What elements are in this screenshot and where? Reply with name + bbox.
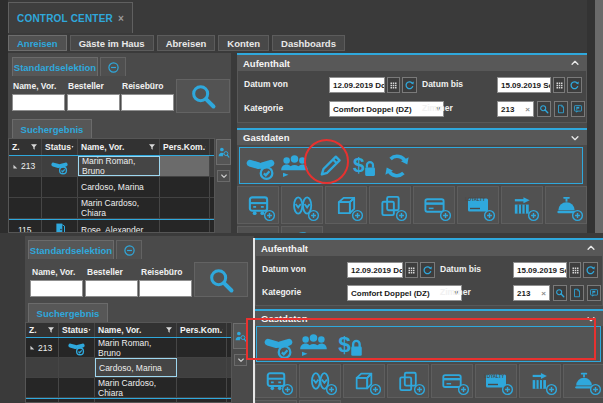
room-search-button[interactable]: [537, 101, 551, 117]
date-from-refresh-button[interactable]: [420, 262, 435, 278]
chevron-up-icon[interactable]: [569, 58, 581, 68]
search-button[interactable]: [194, 262, 248, 297]
aufenthalt-header[interactable]: Aufenthalt: [237, 53, 587, 71]
room-input[interactable]: 213×: [513, 285, 550, 301]
tab-standardselektion[interactable]: Standardselektion: [12, 57, 98, 76]
close-icon[interactable]: ×: [118, 13, 124, 24]
window-tab-control-center[interactable]: CONTROL CENTER ×: [8, 2, 133, 33]
table-header-row: Z. Status Name, Vor. Pers.Kom.: [26, 323, 231, 338]
gastdaten-header[interactable]: Gastdaten: [237, 128, 587, 145]
date-to-calendar-button[interactable]: [569, 262, 581, 278]
filter-icon[interactable]: [71, 143, 74, 151]
col-header-z[interactable]: Z.: [9, 139, 42, 155]
date-from-calendar-button[interactable]: [387, 77, 400, 93]
date-from-refresh-button[interactable]: [402, 77, 417, 93]
filter-icon[interactable]: [222, 326, 223, 334]
table-row[interactable]: Cardoso, Marina: [26, 358, 231, 378]
name-input[interactable]: [12, 94, 65, 111]
creditcard-add-button[interactable]: [431, 364, 473, 398]
tab-anreisen[interactable]: Anreisen: [8, 35, 67, 51]
table-row[interactable]: Marin Cardoso, Chiara: [26, 378, 231, 398]
col-header-status[interactable]: Status: [42, 139, 78, 155]
date-to-calendar-button[interactable]: [553, 77, 565, 93]
filter-icon[interactable]: [165, 326, 173, 334]
room-plan-button[interactable]: [554, 101, 568, 117]
filter-icon[interactable]: [88, 326, 91, 334]
scroll-down-button[interactable]: [217, 170, 230, 182]
date-from-calendar-button[interactable]: [405, 262, 418, 278]
table-row[interactable]: 115 Rose, Alexander: [26, 398, 231, 403]
tab-standardselektion[interactable]: Standardselektion: [28, 240, 114, 259]
results-table: Z. Status Name, Vor. Pers.Kom. 213: [8, 138, 215, 233]
room-flag-button[interactable]: [587, 285, 601, 301]
name-input[interactable]: [30, 280, 83, 297]
table-row[interactable]: 213 Marin Roman, Bruno: [9, 156, 214, 177]
shuttle-add-button[interactable]: [255, 364, 297, 398]
chevron-down-icon[interactable]: [569, 133, 581, 143]
room-plan-button[interactable]: [570, 285, 584, 301]
aufenthalt-header[interactable]: Aufenthalt: [255, 238, 603, 256]
table-row[interactable]: Marin Cardoso, Chiara: [9, 198, 214, 219]
shuttle-add-button[interactable]: [237, 186, 279, 224]
col-header-name[interactable]: Name, Vor.: [78, 139, 160, 155]
filter-icon[interactable]: [205, 143, 206, 151]
reisebuero-input[interactable]: [139, 280, 192, 297]
extend-stay-add-button[interactable]: [501, 186, 543, 224]
room-search-button[interactable]: [553, 285, 567, 301]
clear-icon[interactable]: ×: [541, 289, 546, 298]
date-to-input[interactable]: 15.09.2019 So: [513, 262, 567, 278]
date-from-input[interactable]: 12.09.2019 Do: [329, 77, 385, 93]
reisebuero-input[interactable]: [121, 94, 174, 111]
table-row[interactable]: 115 Rose, Alexander: [9, 219, 214, 233]
expand-icon[interactable]: [29, 344, 36, 351]
expand-icon[interactable]: [12, 163, 19, 170]
reisebuero-field-label: Reisebüro: [122, 81, 164, 91]
roomservice-add-button[interactable]: [545, 186, 587, 224]
col-header-z[interactable]: Z.: [26, 323, 59, 337]
leisure-add-button[interactable]: [299, 364, 341, 398]
rebook-icon[interactable]: [383, 152, 411, 180]
loyalty-add-button[interactable]: LOYALTY: [457, 186, 499, 224]
col-header-perskom[interactable]: Pers.Kom.: [160, 139, 210, 155]
plus-badge-icon: [413, 383, 426, 396]
room-flag-button[interactable]: [571, 101, 585, 117]
rebook-add-button[interactable]: [281, 226, 323, 233]
loyalty-add-button[interactable]: LOYALTY: [475, 364, 517, 398]
tab-dashboards[interactable]: Dashboards: [272, 35, 345, 51]
date-to-refresh-button[interactable]: [583, 262, 598, 278]
collapse-selection-button[interactable]: [116, 240, 142, 259]
package-add-button[interactable]: [325, 186, 367, 224]
roomservice-add-button[interactable]: [563, 364, 603, 398]
creditcard-add-button[interactable]: [413, 186, 455, 224]
table-row[interactable]: 213 Marin Roman, Bruno: [26, 338, 231, 358]
guest-search-button[interactable]: [216, 139, 231, 165]
copy-add-button[interactable]: [369, 186, 411, 224]
room-input[interactable]: 213×: [497, 101, 534, 117]
copy-add-button[interactable]: [387, 364, 429, 398]
chevron-up-icon[interactable]: [585, 243, 597, 253]
filter-icon[interactable]: [47, 326, 55, 334]
table-row[interactable]: Cardoso, Marina: [9, 177, 214, 198]
date-from-input[interactable]: 12.09.2019 Do: [347, 262, 403, 278]
extend-stay-add-button[interactable]: [519, 364, 561, 398]
checkin-handshake-icon[interactable]: [246, 152, 275, 181]
besteller-input[interactable]: [85, 280, 138, 297]
filter-icon[interactable]: [148, 143, 156, 151]
headset-add-button[interactable]: [237, 226, 279, 233]
date-to-input[interactable]: 15.09.2019 So: [497, 77, 551, 93]
leisure-add-button[interactable]: [281, 186, 323, 224]
tab-abreisen[interactable]: Abreisen: [157, 35, 216, 51]
date-to-refresh-button[interactable]: [567, 77, 582, 93]
tab-konten[interactable]: Konten: [218, 35, 269, 51]
tab-gaeste-im-haus[interactable]: Gäste im Haus: [70, 35, 154, 51]
price-lock-icon[interactable]: [350, 152, 378, 180]
besteller-input[interactable]: [67, 94, 120, 111]
filter-icon[interactable]: [30, 143, 38, 151]
collapse-selection-button[interactable]: [100, 57, 126, 76]
col-header-name[interactable]: Name, Vor.: [95, 323, 177, 337]
col-header-perskom[interactable]: Pers.Kom.: [177, 323, 227, 337]
col-header-status[interactable]: Status: [59, 323, 95, 337]
package-add-button[interactable]: [343, 364, 385, 398]
clear-icon[interactable]: ×: [525, 105, 530, 114]
search-button[interactable]: [176, 79, 230, 113]
